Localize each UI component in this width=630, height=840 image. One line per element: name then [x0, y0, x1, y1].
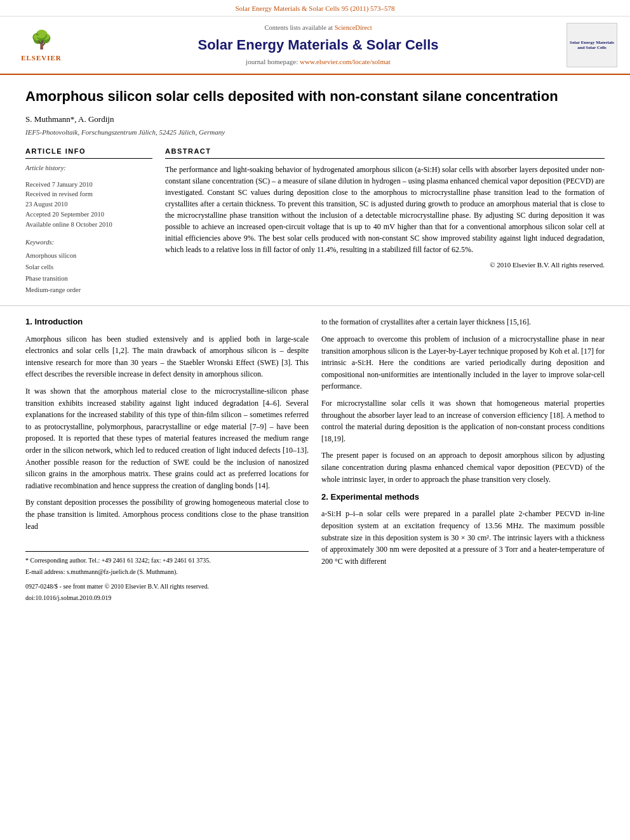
keyword-4: Medium-range order [25, 284, 152, 296]
main-body: 1. Introduction Amorphous silicon has be… [0, 316, 630, 604]
available-online: Available online 8 October 2010 [25, 220, 152, 230]
received-date: Received 7 January 2010 [25, 180, 152, 190]
section-divider [0, 305, 630, 306]
received-revised-label: Received in revised form [25, 189, 152, 199]
doi-line: doi:10.1016/j.solmat.2010.09.019 [25, 593, 309, 603]
intro-right-para-3: For microcrystalline solar cells it was … [321, 397, 605, 444]
homepage-url[interactable]: www.elsevier.com/locate/solmat [300, 58, 391, 65]
article-header: Amorphous silicon solar cells deposited … [0, 75, 630, 295]
abstract-column: ABSTRACT The performance and light-soaki… [165, 147, 605, 296]
intro-right-para-2: One approach to overcome this problem of… [321, 333, 605, 392]
footnote-area: * Corresponding author. Tel.: +49 2461 6… [25, 551, 309, 603]
keyword-2: Solar cells [25, 262, 152, 273]
footnote-email: E-mail address: s.muthmann@fz-juelich.de… [25, 567, 309, 577]
issn-line: 0927-0248/$ - see front matter © 2010 El… [25, 582, 309, 591]
journal-title: Solar Energy Materials & Solar Cells [76, 36, 560, 55]
abstract-header: ABSTRACT [165, 147, 605, 159]
footnote-corresponding: * Corresponding author. Tel.: +49 2461 6… [25, 556, 309, 565]
article-info-abstract: ARTICLE INFO Article history: Received 7… [25, 147, 605, 296]
top-bar: Solar Energy Materials & Solar Cells 95 … [0, 0, 630, 17]
journal-header: 🌳 ELSEVIER Contents lists available at S… [0, 17, 630, 75]
abstract-text: The performance and light-soaking behavi… [165, 164, 605, 255]
accepted-date: Accepted 20 September 2010 [25, 210, 152, 220]
journal-homepage: journal homepage: www.elsevier.com/locat… [76, 57, 560, 67]
sciencedirect-link[interactable]: ScienceDirect [335, 24, 372, 31]
copyright: © 2010 Elsevier B.V. All rights reserved… [165, 260, 605, 270]
right-body-section: to the formation of crystallites after a… [321, 316, 605, 604]
experimental-text: a-Si:H p–i–n solar cells were prepared i… [321, 508, 605, 567]
keyword-1: Amorphous silicon [25, 250, 152, 262]
intro-right-para-4: The present paper is focused on an appro… [321, 450, 605, 485]
intro-para-1: Amorphous silicon has been studied exten… [25, 333, 309, 380]
affiliation: IEF5-Photovoltaik, Forschungszentrum Jül… [25, 128, 605, 137]
authors: S. Muthmann*, A. Gordijn [25, 114, 605, 125]
article-info-header: ARTICLE INFO [25, 147, 152, 159]
journal-thumbnail: Solar Energy Materials and Solar Cells [566, 23, 617, 67]
thumb-title: Solar Energy Materials and Solar Cells [567, 40, 617, 51]
elsevier-label: ELSEVIER [21, 53, 62, 63]
elsevier-tree-icon: 🌳 [30, 27, 53, 52]
keyword-3: Phase transition [25, 273, 152, 284]
experimental-title: 2. Experimental methods [321, 491, 605, 503]
elsevier-logo: 🌳 ELSEVIER [13, 27, 70, 63]
journal-center: Contents lists available at ScienceDirec… [70, 23, 566, 67]
keywords-label: Keywords: [25, 238, 152, 248]
journal-citation: Solar Energy Materials & Solar Cells 95 … [235, 4, 394, 12]
revised-date: 23 August 2010 [25, 199, 152, 210]
article-title: Amorphous silicon solar cells deposited … [25, 88, 605, 106]
keywords-section: Keywords: Amorphous silicon Solar cells … [25, 238, 152, 295]
intro-para-2: It was shown that the amorphous material… [25, 385, 309, 491]
contents-line: Contents lists available at ScienceDirec… [76, 23, 560, 33]
intro-right-para-1: to the formation of crystallites after a… [321, 316, 605, 328]
article-info-column: ARTICLE INFO Article history: Received 7… [25, 147, 152, 296]
intro-section: 1. Introduction Amorphous silicon has be… [25, 316, 309, 604]
intro-title: 1. Introduction [25, 316, 309, 328]
intro-para-3: By constant deposition processes the pos… [25, 497, 309, 532]
article-history-label: Article history: [25, 164, 152, 173]
